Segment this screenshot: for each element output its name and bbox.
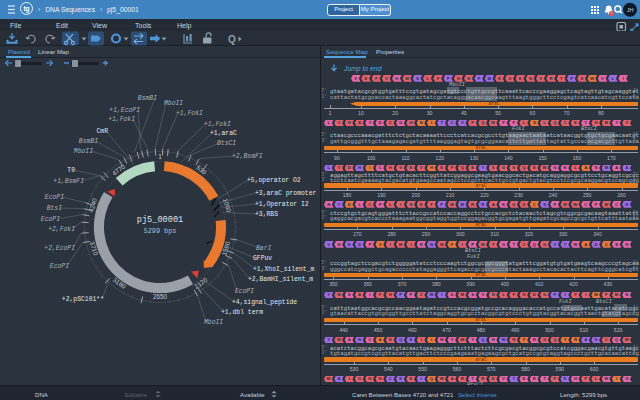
svg-text:BtsI: BtsI (47, 205, 63, 212)
svg-text:EcoPI: EcoPI (50, 263, 69, 270)
svg-text:+3,RBS: +3,RBS (255, 211, 278, 218)
svg-text:EcoPI: EcoPI (41, 216, 60, 223)
svg-text:CmR: CmR (96, 128, 108, 135)
svg-text:+2,FokI: +2,FokI (48, 226, 75, 233)
svg-text:+4,signal_peptide: +4,signal_peptide (232, 299, 297, 306)
svg-text:GFPuv: GFPuv (253, 255, 272, 262)
svg-text:+1,FokI: +1,FokI (204, 121, 231, 128)
svg-text:MboII: MboII (164, 100, 183, 107)
svg-text:+1,dbl term: +1,dbl term (221, 309, 263, 316)
svg-text:5299 bps: 5299 bps (144, 227, 177, 235)
svg-text:2120: 2120 (193, 276, 209, 290)
svg-text:+1,Operator I2: +1,Operator I2 (255, 201, 309, 208)
svg-text:+1,XhoI_silent_m: +1,XhoI_silent_m (253, 266, 315, 273)
svg-text:Q: Q (228, 34, 236, 45)
svg-text:+5,operator O2: +5,operator O2 (247, 177, 301, 184)
svg-text:EcoPI: EcoPI (235, 288, 254, 295)
svg-text:BsmBI: BsmBI (138, 95, 157, 102)
svg-text:+1,araC: +1,araC (210, 130, 237, 137)
svg-text:+2,BsmFI: +2,BsmFI (232, 153, 263, 160)
svg-text:+1,FokI: +1,FokI (176, 110, 203, 117)
svg-text:1: 1 (158, 153, 162, 160)
svg-text:JH: JH (627, 7, 634, 13)
svg-text:!: ! (611, 11, 612, 16)
svg-text:BsmBI: BsmBI (79, 138, 98, 145)
svg-text:+1,FokI: +1,FokI (108, 116, 135, 123)
svg-text:+2,EcoPI: +2,EcoPI (44, 245, 75, 252)
svg-text:T0: T0 (67, 167, 75, 174)
svg-text:BarI: BarI (256, 245, 272, 252)
svg-text:BtsCI: BtsCI (217, 140, 236, 147)
svg-text:+1,EcoPI: +1,EcoPI (109, 107, 140, 114)
svg-text:+2,pSC101**: +2,pSC101** (62, 296, 104, 303)
svg-text:+1,BsmFI: +1,BsmFI (53, 178, 84, 185)
svg-text:2650: 2650 (153, 293, 168, 300)
svg-text:pj5_00001: pj5_00001 (137, 215, 183, 225)
svg-text:+2,BamHI_silent_m: +2,BamHI_silent_m (248, 276, 313, 283)
svg-text:MboII: MboII (204, 319, 223, 326)
svg-text:EcoPI: EcoPI (45, 194, 64, 201)
svg-text:MboII: MboII (74, 148, 93, 155)
svg-text:+3,araC promoter: +3,araC promoter (255, 190, 317, 197)
